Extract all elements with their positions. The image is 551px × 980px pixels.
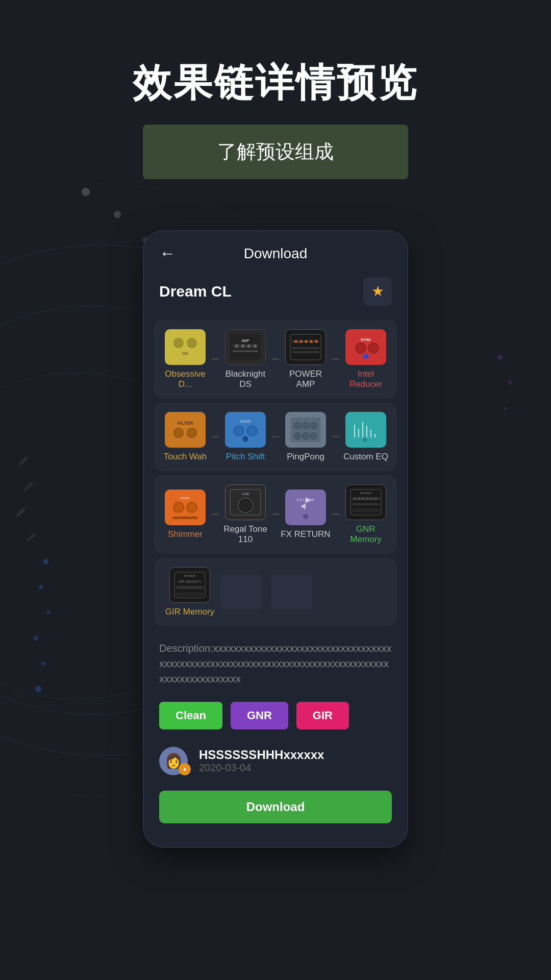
svg-text:MOOER: MOOER	[360, 492, 372, 495]
connector	[272, 513, 279, 515]
effect-poweramp[interactable]: POWER AMP	[280, 329, 331, 389]
user-date: 2020-03-04	[199, 762, 324, 774]
effect-pitchshift[interactable]: MOJO Pitch Shift	[220, 412, 271, 462]
svg-point-78	[241, 501, 249, 509]
user-badge: ♦	[179, 763, 191, 775]
svg-point-72	[173, 502, 184, 512]
connector	[212, 513, 219, 515]
subtitle-button[interactable]: 了解预设组成	[143, 125, 408, 179]
screen-title: Download	[244, 246, 308, 262]
svg-rect-93	[352, 503, 380, 505]
user-row: 👩 ♦ HSSSSSSHHHxxxxxx 2020-03-04	[144, 740, 407, 782]
effect-label-blacknight: Blacknight DS	[220, 369, 271, 389]
effect-obsessive[interactable]: OD Obsessive D...	[160, 329, 211, 389]
svg-rect-98	[176, 586, 204, 589]
pedal-fxreturn: FX LOOP	[285, 489, 326, 525]
connector	[332, 436, 339, 437]
effect-label-touchwah: Touch Wah	[164, 452, 207, 462]
pedal-regal: CAB	[225, 484, 266, 520]
favorite-button[interactable]: ★	[363, 277, 392, 306]
effect-label-obsessive: Obsessive D...	[160, 369, 211, 389]
svg-point-92	[374, 498, 377, 500]
effect-pingpong[interactable]: PingPong	[280, 412, 331, 462]
effect-customeq[interactable]: Custom EQ	[340, 412, 391, 462]
svg-point-28	[241, 345, 244, 348]
tag-clean-button[interactable]: Clean	[159, 702, 222, 729]
svg-text:CAB: CAB	[242, 492, 249, 496]
description-label: Description:	[159, 643, 213, 654]
svg-point-53	[247, 426, 257, 436]
description-section: Description:xxxxxxxxxxxxxxxxxxxxxxxxxxxx…	[144, 630, 407, 692]
svg-point-57	[302, 422, 309, 429]
pedal-gnrmem: MOOER	[345, 484, 386, 520]
svg-point-52	[234, 426, 244, 436]
star-icon: ★	[371, 283, 384, 300]
svg-text:DYNA: DYNA	[361, 338, 371, 341]
svg-point-54	[243, 436, 248, 442]
svg-point-83	[303, 514, 308, 519]
svg-rect-74	[172, 517, 198, 519]
svg-point-61	[310, 432, 317, 439]
svg-text:MOJO: MOJO	[240, 420, 251, 423]
svg-point-91	[370, 498, 372, 500]
svg-point-69	[363, 438, 367, 442]
svg-point-36	[305, 340, 308, 342]
download-button[interactable]: Download	[159, 791, 392, 823]
svg-point-58	[310, 422, 317, 429]
svg-point-49	[187, 428, 196, 437]
effect-row-1: OD Obsessive D... AMP	[154, 320, 397, 399]
svg-text:GIR MEMORY: GIR MEMORY	[178, 580, 202, 583]
effect-blacknight[interactable]: AMP Blacknight DS	[220, 329, 271, 389]
effect-regal[interactable]: CAB Regal Tone 110	[220, 484, 271, 545]
phone-mockup: ← Download Dream CL ★ OD Obs	[143, 230, 408, 848]
preset-name: Dream CL	[159, 283, 232, 300]
svg-point-45	[363, 354, 368, 359]
svg-rect-31	[233, 350, 258, 352]
connector	[272, 358, 279, 360]
svg-text:OD: OD	[182, 351, 188, 356]
svg-point-56	[294, 422, 301, 429]
effect-label-shimmer: Shimmer	[168, 529, 203, 540]
pedal-girmem: MOOER GIR MEMORY	[169, 567, 210, 603]
pedal-poweramp	[285, 329, 326, 365]
effect-fxreturn[interactable]: FX LOOP FX RETURN	[280, 489, 331, 540]
user-info: HSSSSSSHHHxxxxxx 2020-03-04	[199, 748, 324, 774]
effect-shimmer[interactable]: mooer Shimmer	[160, 489, 211, 540]
effect-touchwah[interactable]: FILTER Touch Wah	[160, 412, 211, 462]
svg-rect-99	[176, 592, 204, 596]
effect-label-poweramp: POWER AMP	[280, 369, 331, 389]
user-name: HSSSSSSHHHxxxxxx	[199, 748, 324, 762]
svg-point-59	[294, 432, 301, 439]
pedal-shimmer: mooer	[165, 489, 206, 525]
effect-label-girmem: GIR Memory	[165, 607, 214, 617]
tag-gir-button[interactable]: GIR	[296, 702, 349, 729]
effect-girmem[interactable]: MOOER GIR MEMORY GIR Memory	[164, 567, 215, 617]
pedal-obsessive: OD	[165, 329, 206, 365]
svg-text:FILTER: FILTER	[178, 421, 193, 426]
effect-label-gnrmem: GNR Memory	[340, 524, 391, 545]
tag-row: Clean GNR GIR	[144, 692, 407, 740]
tag-gnr-button[interactable]: GNR	[231, 702, 288, 729]
effect-gnrmem[interactable]: MOOER GNR Memory	[340, 484, 391, 545]
title-section: 效果链详情预览 了解预设组成	[133, 61, 418, 179]
pedal-touchwah: FILTER	[165, 412, 206, 448]
pedal-intel: DYNA	[345, 329, 386, 365]
effect-label-pitchshift: Pitch Shift	[226, 452, 265, 462]
svg-rect-94	[352, 508, 380, 512]
effect-intel[interactable]: DYNA Intel Reducer	[340, 329, 391, 389]
svg-rect-39	[292, 347, 319, 349]
svg-rect-20	[170, 334, 201, 360]
connector	[212, 436, 219, 437]
back-button[interactable]: ←	[159, 244, 176, 263]
placeholder-box-2	[271, 574, 312, 610]
svg-point-43	[356, 343, 366, 353]
svg-point-29	[247, 345, 251, 348]
effect-label-customeq: Custom EQ	[343, 452, 388, 462]
effect-label-regal: Regal Tone 110	[220, 524, 271, 545]
svg-rect-40	[292, 351, 319, 353]
effect-row-2: FILTER Touch Wah MOJO	[154, 403, 397, 471]
svg-text:mooer: mooer	[180, 496, 191, 500]
svg-point-34	[295, 340, 297, 342]
svg-point-38	[315, 340, 318, 342]
svg-point-30	[254, 345, 257, 348]
